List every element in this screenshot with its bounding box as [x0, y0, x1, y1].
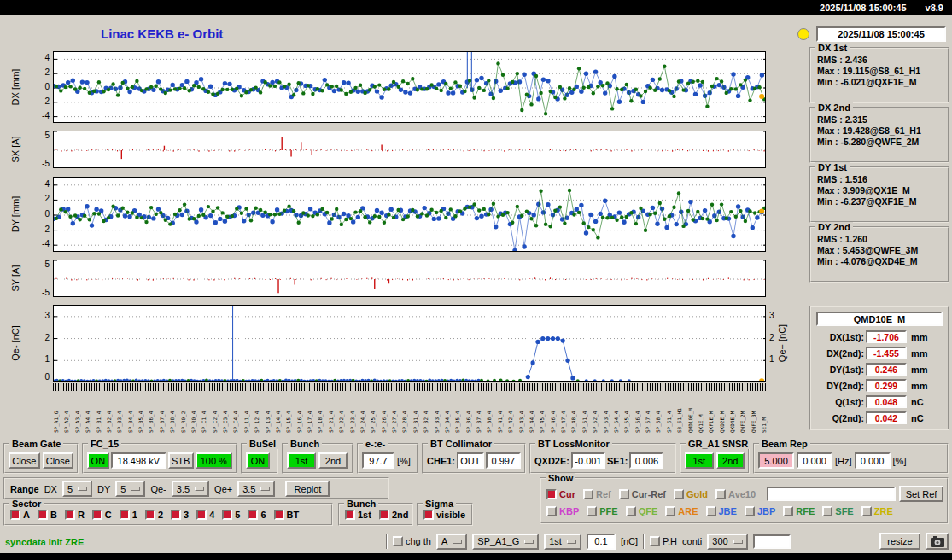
checkbox-cur-ref[interactable]: Cur-Ref: [619, 489, 666, 499]
checkbox-ave10[interactable]: Ave10: [715, 489, 756, 499]
checkbox-5[interactable]: 5: [222, 510, 240, 520]
ph-checkbox[interactable]: P.H: [650, 536, 677, 546]
checkbox-indicator[interactable]: [38, 510, 48, 520]
checkbox-zre[interactable]: ZRE: [861, 506, 893, 516]
checkbox-indicator[interactable]: [379, 510, 389, 520]
checkbox-jbp[interactable]: JBP: [745, 506, 775, 516]
checkbox-cur[interactable]: Cur: [546, 489, 575, 499]
replot-button[interactable]: Replot: [285, 481, 330, 497]
qmd-value: -1.706: [866, 330, 907, 343]
chg-th-checkbox[interactable]: chg th: [393, 536, 431, 546]
checkbox-jbe[interactable]: JBE: [706, 506, 737, 516]
checkbox-indicator[interactable]: [626, 506, 636, 516]
checkbox-kbp[interactable]: KBP: [546, 506, 579, 516]
checkbox-indicator[interactable]: [715, 489, 726, 499]
screenshot-button[interactable]: [926, 533, 949, 550]
checkbox-label: 2nd: [392, 510, 409, 520]
snsr-1st-button[interactable]: 1st: [685, 452, 714, 469]
ph-indicator[interactable]: [650, 536, 660, 546]
checkbox-4[interactable]: 4: [196, 510, 214, 520]
fc15-stb-button[interactable]: STB: [168, 452, 194, 469]
checkbox-rfe[interactable]: RFE: [783, 506, 815, 516]
checkbox-indicator[interactable]: [861, 506, 872, 516]
beam-gate-close2-button[interactable]: Close: [43, 452, 74, 469]
titlebar-version: v8.9: [926, 3, 943, 13]
checkbox-indicator[interactable]: [274, 510, 284, 520]
mode-dropdown[interactable]: A: [436, 534, 467, 550]
checkbox-indicator[interactable]: [745, 506, 755, 516]
checkbox-3[interactable]: 3: [171, 510, 189, 520]
checkbox-indicator[interactable]: [619, 489, 629, 499]
bpm-label: SP_A1_G: [53, 392, 59, 433]
bpm-label: SP_32_4: [423, 392, 429, 433]
checkbox-indicator[interactable]: [92, 510, 102, 520]
checkbox-b[interactable]: B: [38, 510, 57, 520]
resize-button[interactable]: resize: [879, 533, 920, 550]
checkbox-indicator[interactable]: [674, 489, 684, 499]
bunch-dropdown[interactable]: 1st: [544, 534, 581, 550]
dropdown-ridge-icon: [733, 540, 743, 544]
range-qem-dropdown[interactable]: 3.5: [172, 481, 209, 497]
checkbox-indicator[interactable]: [10, 510, 20, 520]
checkbox-bt[interactable]: BT: [274, 510, 300, 520]
checkbox-gold[interactable]: Gold: [674, 489, 708, 499]
checkbox-indicator[interactable]: [145, 510, 155, 520]
threshold-unit: [nC]: [621, 536, 638, 546]
ref-name-input[interactable]: [767, 487, 896, 501]
bunch-1st-button[interactable]: 1st: [287, 452, 316, 469]
checkbox-indicator[interactable]: [665, 506, 675, 516]
checkbox-1[interactable]: 1: [120, 510, 137, 520]
checkbox-indicator[interactable]: [196, 510, 207, 520]
checkbox-indicator[interactable]: [171, 510, 181, 520]
beam-gate-close1-button[interactable]: Close: [9, 452, 40, 469]
range-dx-dropdown[interactable]: 5: [62, 481, 92, 497]
checkbox-are[interactable]: ARE: [665, 506, 698, 516]
bpm-label: SP_11_4: [243, 392, 249, 433]
checkbox-label: Gold: [686, 489, 708, 499]
fc15-on-button[interactable]: ON: [87, 452, 109, 469]
checkbox-indicator[interactable]: [345, 510, 355, 520]
checkbox-indicator[interactable]: [583, 489, 593, 499]
checkbox-indicator[interactable]: [822, 506, 832, 516]
range-qep-dropdown[interactable]: 3.5: [237, 481, 275, 497]
checkbox-pfe[interactable]: PFE: [587, 506, 617, 516]
checkbox-sfe[interactable]: SFE: [822, 506, 853, 516]
checkbox-1st[interactable]: 1st: [345, 510, 371, 520]
checkbox-indicator[interactable]: [706, 506, 716, 516]
bpm-label: SP_26_4: [381, 392, 387, 433]
y-tick-label: 0: [29, 82, 50, 91]
checkbox-visible[interactable]: visible: [423, 510, 465, 520]
status-text-input[interactable]: [753, 534, 791, 549]
checkbox-6[interactable]: 6: [248, 510, 266, 520]
checkbox-c[interactable]: C: [92, 510, 112, 520]
checkbox-indicator[interactable]: [120, 510, 130, 520]
sp-dropdown[interactable]: SP_A1_G: [472, 534, 539, 550]
checkbox-indicator[interactable]: [248, 510, 258, 520]
checkbox-indicator[interactable]: [65, 510, 75, 520]
qmd-label: Q(2nd):: [815, 413, 864, 423]
snsr-2nd-button[interactable]: 2nd: [716, 452, 745, 469]
range-qem-label: Qe-: [150, 484, 166, 494]
checkbox-qfe[interactable]: QFE: [626, 506, 658, 516]
y-tick-label: 5: [29, 131, 50, 140]
checkbox-indicator[interactable]: [222, 510, 232, 520]
checkbox-indicator[interactable]: [546, 489, 557, 499]
bpm-label: SP_C1_4: [201, 392, 207, 433]
checkbox-2[interactable]: 2: [145, 510, 163, 520]
checkbox-indicator[interactable]: [546, 506, 557, 516]
checkbox-r[interactable]: R: [65, 510, 85, 520]
points-dropdown[interactable]: 300: [707, 534, 747, 550]
checkbox-indicator[interactable]: [423, 510, 434, 520]
range-dy-dropdown[interactable]: 5: [115, 481, 145, 497]
qmd-unit: mm: [911, 365, 928, 375]
checkbox-indicator[interactable]: [587, 506, 597, 516]
set-ref-button[interactable]: Set Ref: [899, 486, 943, 502]
bunch-2nd-button[interactable]: 2nd: [318, 452, 348, 469]
divider: [386, 534, 388, 549]
checkbox-ref[interactable]: Ref: [583, 489, 611, 499]
checkbox-2nd[interactable]: 2nd: [379, 510, 409, 520]
checkbox-indicator[interactable]: [783, 506, 793, 516]
checkbox-a[interactable]: A: [10, 510, 30, 520]
chg-th-indicator[interactable]: [393, 536, 403, 546]
busel-on-button[interactable]: ON: [246, 452, 270, 469]
